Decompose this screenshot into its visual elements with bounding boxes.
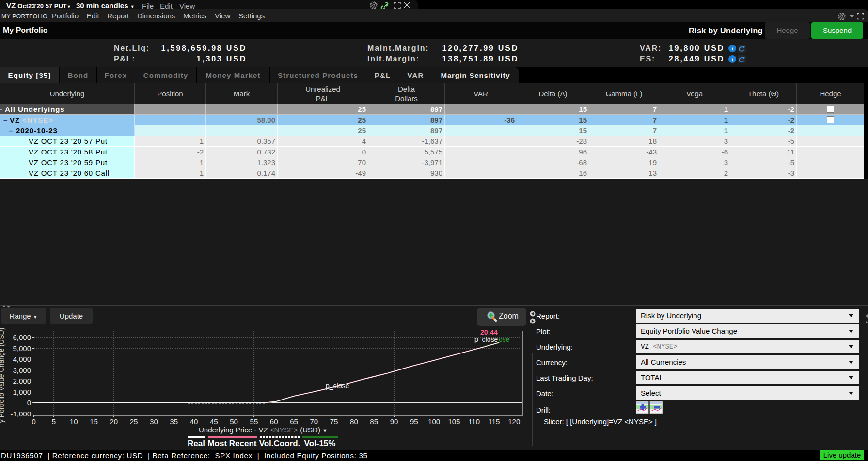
svg-text:i: i: [731, 46, 733, 51]
svg-text:60: 60: [270, 417, 278, 426]
svg-text:35: 35: [170, 417, 178, 426]
svg-text:5: 5: [52, 417, 56, 426]
svg-text:55: 55: [250, 417, 258, 426]
svg-text:110: 110: [468, 417, 480, 426]
svg-text:80: 80: [350, 417, 358, 426]
svg-text:50: 50: [230, 417, 238, 426]
svg-text:4,000: 4,000: [13, 355, 31, 363]
svg-text:Vol-15%: Vol-15%: [304, 439, 336, 448]
svg-text:30: 30: [150, 417, 158, 426]
svg-text:85: 85: [370, 417, 378, 426]
svg-text:6,000: 6,000: [13, 333, 31, 341]
svg-text:105: 105: [448, 417, 460, 426]
svg-text:Underlying Price - VZ <NYSE>: Underlying Price - VZ <NYSE> (USD) ▼: [199, 426, 328, 434]
svg-text:p_close: p_close: [474, 336, 498, 343]
svg-text:45: 45: [210, 417, 218, 426]
svg-text:i: i: [731, 56, 733, 62]
svg-text:2,000: 2,000: [13, 377, 31, 385]
svg-text:90: 90: [390, 417, 398, 426]
svg-text:40: 40: [190, 417, 198, 426]
svg-text:Real: Real: [188, 439, 205, 448]
svg-text:y Portfolio Value Change (USD): y Portfolio Value Change (USD): [0, 328, 5, 423]
svg-text:70: 70: [310, 417, 318, 426]
svg-text:25: 25: [130, 417, 138, 426]
svg-text:75: 75: [330, 417, 338, 426]
svg-text:15: 15: [90, 417, 98, 426]
svg-text:115: 115: [489, 417, 500, 426]
svg-text:1,000: 1,000: [13, 388, 31, 396]
svg-text:95: 95: [410, 417, 418, 426]
svg-text:65: 65: [290, 417, 298, 426]
svg-text:0: 0: [27, 399, 31, 407]
svg-text:5,000: 5,000: [13, 344, 31, 353]
svg-text:20: 20: [110, 417, 118, 426]
svg-text:0: 0: [32, 417, 35, 426]
svg-text:100: 100: [428, 417, 440, 426]
svg-text:20:44: 20:44: [480, 328, 498, 336]
svg-text:Most Recent: Most Recent: [207, 439, 256, 448]
svg-text:p_close: p_close: [326, 382, 349, 390]
svg-text:ose: ose: [499, 336, 510, 343]
svg-text:3,000: 3,000: [13, 366, 31, 374]
svg-text:-1,000: -1,000: [10, 410, 31, 418]
svg-text:Vol.Coord.: Vol.Coord.: [259, 439, 300, 448]
svg-text:120: 120: [508, 417, 520, 426]
svg-text:10: 10: [70, 417, 78, 426]
